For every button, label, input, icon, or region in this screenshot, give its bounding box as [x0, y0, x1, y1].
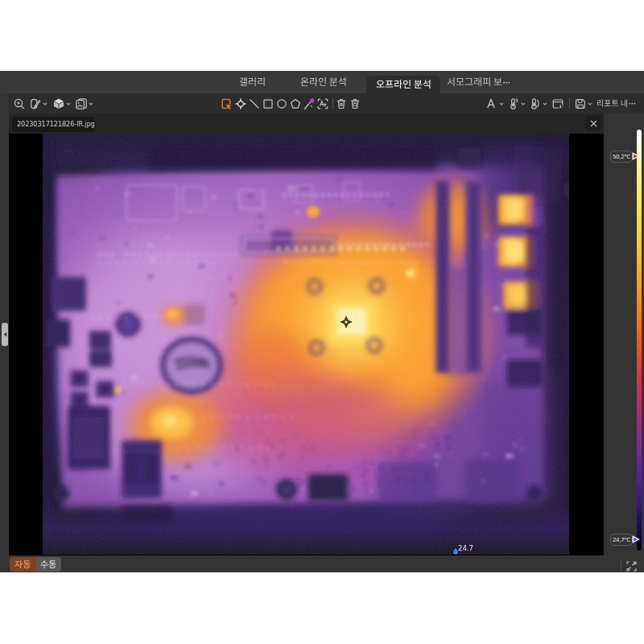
toolbar-separator-2 — [569, 98, 570, 109]
polygon-tool-button[interactable] — [289, 93, 302, 114]
chevron-down-icon — [588, 102, 592, 105]
chevron-down-icon — [89, 102, 93, 105]
circle-tool-button[interactable] — [275, 93, 288, 114]
scale-manual-button[interactable] — [36, 557, 61, 572]
ai-wand-icon — [303, 97, 316, 110]
spot-tool-button[interactable] — [234, 93, 247, 114]
temperature-unit-button[interactable] — [507, 93, 526, 114]
close-icon — [590, 120, 597, 127]
export-report-button[interactable] — [597, 93, 636, 114]
thermal-photo: 50.2 24.7 — [43, 134, 569, 555]
delete-button[interactable] — [335, 93, 348, 114]
scale-max-value[interactable]: 50,2°C — [610, 151, 633, 163]
ko-text-thermo — [447, 76, 510, 89]
tab-thermography-report[interactable] — [444, 71, 513, 93]
file-tab-bar — [9, 114, 604, 134]
thermal-image[interactable]: 50.2 24.7 — [43, 134, 569, 555]
ocr-area-button[interactable] — [316, 93, 329, 114]
save-icon — [574, 97, 587, 110]
palette-cube-icon — [52, 97, 65, 110]
text-style-icon — [485, 97, 498, 110]
tab-gallery[interactable] — [232, 71, 274, 93]
panel-collapse-handle[interactable] — [2, 323, 8, 346]
temperature-range-icon — [529, 97, 542, 110]
collapse-arrow-icon — [3, 332, 7, 337]
chevron-down-icon — [66, 102, 71, 105]
ko-text-offline — [376, 78, 431, 91]
select-tool-icon — [220, 97, 233, 110]
text-style-button[interactable] — [485, 93, 504, 114]
edit-parameters-button[interactable] — [29, 93, 47, 114]
chevron-down-icon — [521, 102, 526, 105]
close-file-button[interactable] — [586, 116, 601, 131]
circle-tool-icon — [275, 97, 288, 110]
chevron-down-icon — [543, 102, 547, 105]
temperature-range-button[interactable] — [529, 93, 547, 114]
bottom-separator — [621, 559, 621, 570]
ko-text-report — [597, 97, 636, 109]
scale-min-text: 24,7°C — [613, 537, 630, 543]
image-mode-icon — [75, 97, 88, 110]
rect-tool-icon — [262, 97, 275, 110]
scale-auto-button[interactable] — [10, 557, 36, 572]
fullscreen-icon — [627, 562, 636, 571]
toolbar-separator-1 — [332, 98, 333, 109]
color-scale-bar[interactable] — [637, 130, 642, 551]
rect-tool-button[interactable] — [262, 93, 275, 114]
image-mode-button[interactable] — [75, 93, 93, 114]
ocr-area-icon — [316, 97, 329, 110]
ai-wand-button[interactable] — [303, 93, 316, 114]
thermal-analysis-app: 20230317121826-IR.jpg — [0, 0, 644, 644]
image-canvas[interactable]: 50.2 24.7 — [9, 134, 604, 555]
edit-parameters-icon — [29, 97, 42, 110]
polygon-tool-icon — [289, 97, 302, 110]
hot-spot-value: 50.2 — [351, 314, 362, 320]
delete-icon — [335, 97, 348, 110]
chevron-down-icon — [499, 102, 504, 105]
ko-text-manual — [40, 559, 56, 570]
temperature-unit-icon — [507, 97, 520, 110]
line-tool-icon — [248, 97, 261, 110]
spot-tool-icon — [234, 97, 247, 110]
select-tool-button[interactable] — [220, 93, 233, 114]
tab-offline-analysis[interactable] — [366, 76, 440, 93]
save-annotations-icon — [551, 97, 564, 110]
fullscreen-button[interactable] — [626, 561, 637, 572]
file-tab[interactable]: 20230317121826-IR.jpg — [12, 117, 95, 132]
chevron-down-icon — [43, 102, 47, 105]
tab-online-analysis[interactable] — [296, 71, 351, 93]
line-tool-button[interactable] — [248, 93, 261, 114]
ko-text-gallery — [239, 76, 266, 89]
delete-all-button[interactable] — [349, 93, 361, 114]
cold-spot-value: 24.7 — [458, 544, 473, 552]
bottom-bar — [0, 555, 644, 572]
save-annotations-button[interactable] — [551, 93, 564, 114]
scale-max-text: 50,2°C — [613, 154, 630, 160]
scale-min-marker[interactable] — [632, 535, 640, 543]
ko-text-online — [300, 76, 347, 89]
scale-min-value[interactable]: 24,7°C — [610, 534, 633, 546]
save-button[interactable] — [574, 93, 592, 114]
zoom-button[interactable] — [13, 93, 26, 114]
ko-text-auto — [14, 559, 31, 570]
scale-max-marker[interactable] — [632, 152, 640, 160]
delete-all-icon — [349, 97, 361, 110]
file-name: 20230317121826-IR.jpg — [12, 121, 95, 128]
palette-button[interactable] — [52, 93, 71, 114]
zoom-icon — [13, 97, 26, 110]
